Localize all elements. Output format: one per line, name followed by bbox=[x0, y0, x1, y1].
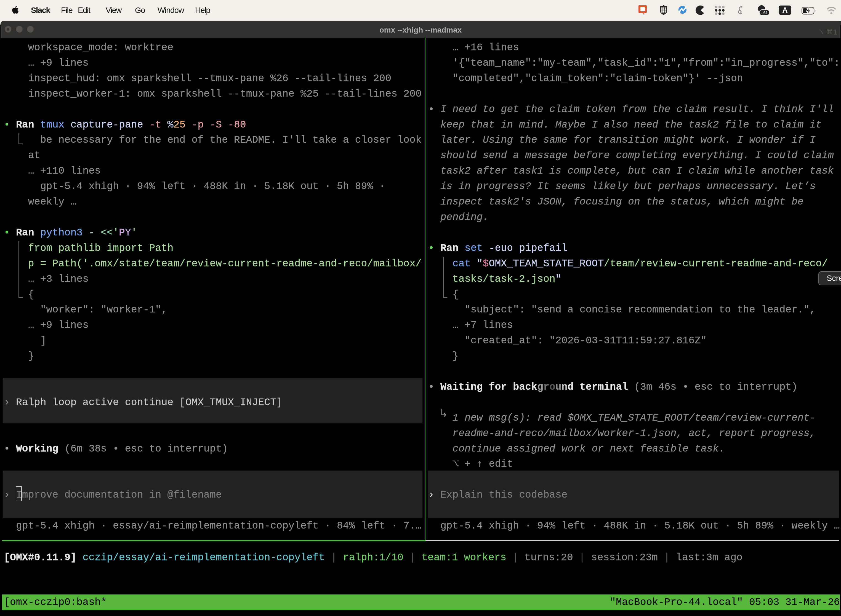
svg-text:..61: ..61 bbox=[761, 10, 768, 15]
